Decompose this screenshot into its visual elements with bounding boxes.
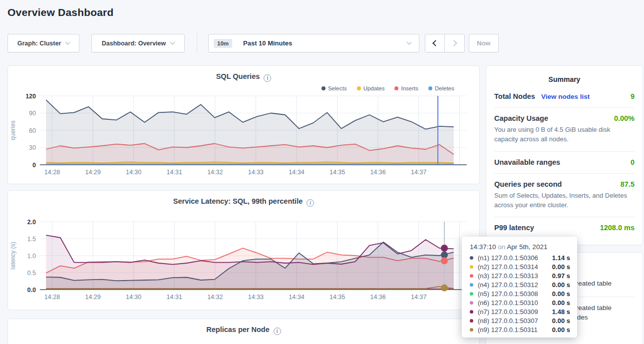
chevron-right-icon: [451, 40, 457, 46]
time-range-label: Past 10 Minutes: [243, 39, 292, 47]
svg-text:14:34: 14:34: [289, 169, 304, 176]
view-nodes-link[interactable]: View nodes list: [541, 93, 590, 100]
node-latency-value: 1.14 s: [552, 254, 570, 262]
svg-text:14:29: 14:29: [85, 169, 100, 176]
svg-text:14:36: 14:36: [370, 169, 385, 176]
chevron-down-icon: [170, 40, 175, 45]
node-color-dot-icon: [470, 310, 473, 314]
info-icon[interactable]: i: [274, 328, 281, 335]
graph-dropdown[interactable]: Graph: Cluster: [7, 34, 79, 52]
svg-text:queries: queries: [9, 120, 16, 140]
node-color-dot-icon: [470, 283, 473, 287]
toolbar-divider: [197, 33, 197, 54]
svg-text:14:37: 14:37: [411, 294, 426, 301]
node-latency-value: 0.00 s: [552, 290, 570, 298]
svg-text:0.0: 0.0: [27, 287, 36, 294]
summary-label: P99 latency: [494, 224, 534, 232]
summary-value: 0: [631, 158, 635, 166]
tooltip-node-rows: (n1) 127.0.0.1:50306 1.14 s (n2) 127.0.0…: [470, 253, 577, 334]
sql-queries-panel: SQL Queriesi Selects Updates Inserts Del…: [7, 65, 480, 184]
svg-text:14:31: 14:31: [167, 169, 182, 176]
replicas-per-node-panel: Replicas per Nodei: [7, 319, 480, 344]
legend-item[interactable]: Deletes: [428, 85, 454, 92]
summary-rows: Total Nodes View nodes list 9 Capacity U…: [486, 86, 643, 239]
now-button[interactable]: Now: [469, 34, 499, 52]
summary-value: 1208.0 ms: [600, 224, 635, 232]
summary-value: 9: [631, 92, 635, 100]
node-address: (n9) 127.0.0.1:50311: [478, 326, 538, 334]
svg-text:14:33: 14:33: [248, 169, 264, 176]
node-address: (n1) 127.0.0.1:50306: [478, 254, 538, 262]
node-color-dot-icon: [470, 274, 473, 278]
node-address: (n4) 127.0.0.1:50312: [478, 281, 538, 289]
svg-text:0.5: 0.5: [27, 270, 36, 277]
summary-label: Queries per second: [494, 180, 562, 188]
svg-text:latency (s): latency (s): [9, 242, 16, 269]
summary-heading: Summary: [486, 66, 643, 86]
chevron-left-icon: [432, 40, 439, 46]
svg-text:14:29: 14:29: [85, 294, 100, 301]
sql-queries-title-row: SQL Queriesi: [8, 66, 479, 82]
summary-row: P99 latency 1208.0 ms: [494, 217, 635, 239]
chevron-down-icon: [407, 40, 412, 45]
summary-row: Queries per second 87.5 Sum of Selects, …: [494, 174, 635, 218]
legend-item[interactable]: Selects: [322, 85, 347, 92]
svg-text:14:28: 14:28: [44, 294, 60, 301]
node-address: (n5) 127.0.0.1:50308: [478, 290, 538, 298]
node-latency-value: 0.00 s: [552, 263, 570, 271]
service-latency-chart[interactable]: 0.00.51.01.52.014:2814:2914:3014:3114:32…: [8, 215, 479, 305]
tooltip-node-row: (n5) 127.0.0.1:50308 0.00 s: [470, 289, 577, 298]
tooltip-node-row: (n2) 127.0.0.1:50314 0.00 s: [470, 262, 577, 271]
summary-row: Capacity Usage 0.00% You are using 0 B o…: [494, 108, 635, 152]
time-next-button[interactable]: [444, 34, 465, 52]
info-icon[interactable]: i: [264, 74, 271, 82]
svg-text:0: 0: [32, 162, 36, 169]
node-address: (n2) 127.0.0.1:50314: [478, 263, 538, 271]
node-color-dot-icon: [470, 319, 473, 323]
legend-item[interactable]: Inserts: [394, 85, 418, 92]
legend-dot-icon: [357, 86, 361, 90]
svg-text:14:30: 14:30: [126, 169, 141, 176]
node-latency-value: 1.48 s: [552, 308, 570, 316]
svg-text:14:36: 14:36: [370, 294, 385, 301]
node-latency-value: 0.00 s: [552, 317, 570, 325]
tooltip-node-row: (n9) 127.0.0.1:50311 0.00 s: [470, 325, 577, 334]
node-color-dot-icon: [470, 292, 473, 296]
page-title: Overview Dashboard: [7, 6, 114, 18]
svg-text:14:37: 14:37: [411, 169, 426, 176]
summary-label: Total Nodes: [494, 92, 535, 100]
time-prev-button[interactable]: [425, 34, 445, 52]
node-color-dot-icon: [470, 256, 473, 260]
svg-text:90: 90: [29, 110, 36, 117]
service-latency-title-row: Service Latency: SQL, 99th percentilei: [8, 191, 479, 207]
svg-text:14:28: 14:28: [44, 169, 60, 176]
service-latency-panel: Service Latency: SQL, 99th percentilei 0…: [7, 190, 480, 310]
tooltip-date: Apr 5th, 2021: [507, 243, 547, 251]
node-latency-value: 0.97 s: [552, 272, 570, 280]
svg-text:1.0: 1.0: [27, 253, 36, 260]
node-latency-value: 0.00 s: [552, 326, 570, 334]
svg-text:14:35: 14:35: [329, 169, 345, 176]
svg-text:14:35: 14:35: [329, 294, 345, 301]
summary-row: Unavailable ranges 0: [494, 152, 635, 174]
legend-item[interactable]: Updates: [357, 85, 385, 92]
time-range-dropdown[interactable]: 10m Past 10 Minutes: [208, 34, 419, 52]
tooltip-node-row: (n7) 127.0.0.1:50309 1.48 s: [470, 307, 577, 316]
dashboard-dropdown[interactable]: Dashboard: Overview: [91, 34, 185, 52]
node-address: (n6) 127.0.0.1:50310: [478, 299, 538, 307]
summary-row: Total Nodes View nodes list 9: [494, 86, 635, 108]
chart-title: Service Latency: SQL, 99th percentile: [173, 197, 303, 205]
tooltip-on: on: [496, 243, 507, 251]
svg-text:14:34: 14:34: [289, 294, 304, 301]
chevron-down-icon: [65, 40, 70, 45]
node-address: (n7) 127.0.0.1:50309: [478, 308, 538, 316]
sql-queries-chart[interactable]: 030609012014:2814:2914:3014:3114:3214:33…: [8, 92, 479, 180]
replicas-title-row: Replicas per Nodei: [8, 319, 479, 335]
info-icon[interactable]: i: [307, 199, 314, 207]
svg-text:14:30: 14:30: [126, 294, 141, 301]
chart-legend: Selects Updates Inserts Deletes: [8, 82, 479, 92]
tooltip-node-row: (n8) 127.0.0.1:50307 0.00 s: [470, 316, 577, 325]
summary-description: You are using 0 B of 4.5 GiB usable disk…: [494, 125, 635, 144]
legend-dot-icon: [322, 86, 325, 90]
summary-label: Capacity Usage: [494, 114, 548, 122]
